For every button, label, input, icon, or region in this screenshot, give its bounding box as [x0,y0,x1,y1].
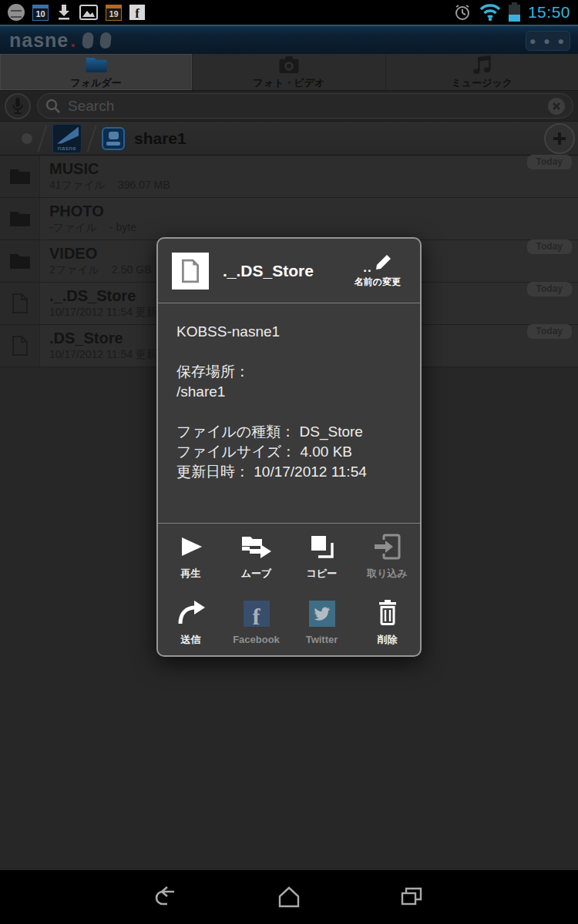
nasne-logo-mark-icon [82,32,94,49]
location-label: 保存場所： [176,362,402,382]
android-nav-bar [0,870,578,924]
twitter-share-button[interactable]: Twitter [289,590,355,656]
file-size: - byte [109,221,136,235]
nasne-logo-mark-icon [99,32,112,49]
dialog-actions: 再生 ムーブ [158,523,420,655]
back-button[interactable] [146,882,187,912]
play-button[interactable]: 再生 [158,524,223,590]
tab-bar: フォルダー フォト・ビデオ ミュージック [0,54,578,91]
home-icon [277,886,301,908]
nasne-logo: nasne. [9,29,111,52]
twitter-icon [309,601,335,627]
home-button[interactable] [268,882,310,912]
send-button[interactable]: 送信 [158,590,223,656]
clear-search-button[interactable] [548,98,565,115]
file-count: -ファイル [49,221,97,235]
tab-folder[interactable]: フォルダー [0,54,193,90]
facebook-icon: f [244,601,270,627]
location-value: /share1 [176,382,402,402]
file-size: 396.07 MB [118,179,170,192]
add-button[interactable] [544,123,575,154]
file-count: 41ファイル [49,179,106,192]
facebook-notification-icon: f [129,5,145,20]
file-size: ファイルサイズ： 4.00 KB [176,442,402,462]
breadcrumb-current-label[interactable]: share1 [134,129,187,148]
server-name: KOBSS-nasne1 [176,322,402,342]
import-icon [373,534,402,560]
move-button[interactable]: ムーブ [223,524,289,590]
breadcrumb-separator [86,125,96,152]
folder-tab-icon [83,55,109,75]
send-icon [177,601,205,625]
screen: 10 19 f 15:50 nasne. [0,0,578,924]
breadcrumb: nasne share1 [0,122,578,156]
file-icon [11,335,29,357]
recents-icon [400,886,423,908]
pencil-icon [374,253,392,272]
download-icon [56,4,72,21]
status-clock: 15:50 [528,3,570,22]
recents-button[interactable] [391,882,432,912]
today-badge: Today [527,324,572,339]
status-bar: 10 19 f 15:50 [0,0,578,25]
breadcrumb-root-dot[interactable] [22,133,32,144]
file-name: MUSIC [49,160,569,177]
folder-icon [8,167,32,186]
file-detail-dialog: ._.DS_Store .. 名前の変更 KOBSS-nasne1 保存場所： … [156,237,422,657]
today-badge: Today [527,239,572,254]
nasne-logo-dot: . [70,29,76,52]
tab-photo-video-label: フォト・ビデオ [254,76,325,90]
overflow-menu-button[interactable]: ● ● ● [526,31,570,51]
microphone-icon [11,97,25,116]
breadcrumb-nasne-device[interactable]: nasne [52,124,82,153]
nasne-notification-icon [8,4,25,21]
folder-icon [8,252,32,270]
search-field[interactable] [37,93,573,119]
file-icon [11,293,29,314]
nasne-device-icon [57,127,79,144]
alarm-icon [453,3,472,22]
calendar2-notification-icon: 19 [106,5,122,21]
tab-photo-video[interactable]: フォト・ビデオ [193,54,385,90]
dialog-body: KOBSS-nasne1 保存場所： /share1 ファイルの種類： DS_S… [158,303,420,523]
copy-icon [309,534,335,560]
facebook-share-button[interactable]: f Facebook [223,590,289,656]
search-bar [0,91,578,122]
nasne-logo-text: nasne [9,29,69,52]
back-icon [154,886,179,908]
calendar-notification-icon: 10 [32,5,49,21]
search-icon [45,99,61,114]
trash-icon [376,600,399,626]
list-item-music[interactable]: MUSIC 41ファイル 396.07 MB Today [0,156,578,198]
move-folder-icon [240,534,273,560]
file-size: 2.50 GB [112,263,151,277]
list-item-photo[interactable]: PHOTO -ファイル - byte [0,198,578,240]
rename-button[interactable]: .. 名前の変更 [349,253,406,289]
camera-tab-icon [277,55,301,75]
file-date: 10/17/2012 11:54 更新 [49,306,157,320]
play-icon [178,536,204,557]
delete-button[interactable]: 削除 [355,590,420,656]
rename-label: 名前の変更 [349,276,406,289]
battery-icon [509,5,520,22]
file-date: 10/17/2012 11:54 更新 [49,348,157,362]
file-modified: 更新日時： 10/17/2012 11:54 [176,462,402,482]
dialog-title: ._.DS_Store [223,262,335,280]
search-input[interactable] [68,98,541,115]
document-icon [172,253,209,290]
rename-dots: .. [363,264,371,272]
tab-folder-label: フォルダー [71,76,122,90]
file-type: ファイルの種類： DS_Store [176,422,402,442]
folder-icon [8,209,32,228]
file-count: 2ファイル [49,263,99,277]
voice-search-button[interactable] [5,93,31,119]
app-header: nasne. ● ● ● [0,25,578,54]
today-badge: Today [527,282,572,296]
import-button[interactable]: 取り込み [355,524,420,590]
gallery-notification-icon [79,5,98,20]
copy-button[interactable]: コピー [289,524,355,590]
share-folder-icon[interactable] [102,127,125,150]
tab-music[interactable]: ミュージック [386,54,578,90]
file-name: PHOTO [49,203,569,219]
dialog-header: ._.DS_Store .. 名前の変更 [158,239,420,303]
